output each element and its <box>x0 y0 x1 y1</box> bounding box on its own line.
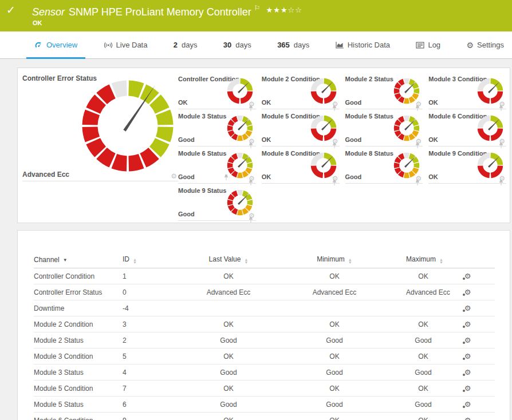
channel-settings-icon[interactable]: ⚙ <box>464 336 471 344</box>
small-gauges-grid: Controller ConditionOK⚙Module 2 Conditio… <box>178 72 506 221</box>
channel-actions-cell: ⚙ <box>440 268 495 284</box>
channel-row-module-5-condition: Module 5 Condition7OKOKOK⚙ <box>34 381 495 397</box>
gauge-pin-icon[interactable] <box>498 179 504 186</box>
tab-days[interactable]: 30days <box>215 31 259 58</box>
channel-settings-icon[interactable]: ⚙ <box>464 272 471 280</box>
controller-error-status-gauge <box>75 73 180 179</box>
gauge-cell-module-8-status[interactable]: Module 8 StatusGood⚙ <box>345 146 423 184</box>
channel-last-value: OK <box>194 348 263 364</box>
channel-actions-cell: ⚙ <box>440 332 495 348</box>
channel-last-value: OK <box>194 381 263 397</box>
column-header-minimum[interactable]: Minimum▲▼ <box>263 252 406 268</box>
tab-live-data[interactable]: Live Data <box>96 31 156 58</box>
gauge-icon <box>34 41 43 49</box>
channel-actions-cell: ⚙ <box>440 348 495 364</box>
sort-both-icon: ▲▼ <box>348 258 352 264</box>
gauge-cell-module-2-condition[interactable]: Module 2 ConditionOK⚙ <box>262 72 340 109</box>
channel-minimum: Good <box>263 332 406 348</box>
channel-settings-icon[interactable]: ⚙ <box>464 385 471 392</box>
channel-row-module-5-status: Module 5 Status6GoodGoodGood⚙ <box>34 397 495 413</box>
channel-minimum: Good <box>263 397 406 413</box>
gauge-cell-module-5-condition[interactable]: Module 5 ConditionOK⚙ <box>262 109 340 146</box>
channel-row-module-3-condition: Module 3 Condition5OKOKOK⚙ <box>34 348 495 364</box>
gauge-cell-controller-condition[interactable]: Controller ConditionOK⚙ <box>178 72 256 109</box>
channel-name: Module 5 Condition <box>34 381 123 397</box>
gauge-cell-module-9-status[interactable]: Module 9 StatusGood⚙ <box>178 184 256 221</box>
gauge-cell-module-6-status[interactable]: Module 6 StatusGood⚙ <box>178 146 256 184</box>
tab-overview[interactable]: Overview <box>26 31 85 58</box>
channel-id: 7 <box>123 381 194 397</box>
gauge-settings-gear-icon[interactable]: ⚙ <box>171 173 177 180</box>
column-header-last-value[interactable]: Last Value▲▼ <box>194 252 263 268</box>
gauge-cell-module-5-status[interactable]: Module 5 StatusGood⚙ <box>345 109 423 146</box>
channel-settings-icon[interactable]: ⚙ <box>464 369 471 376</box>
channel-name: Module 6 Condition <box>34 413 123 420</box>
tab-settings[interactable]: ⚙Settings <box>458 31 512 58</box>
channel-minimum: OK <box>263 268 406 284</box>
channels-table: Channel▼ID▲▼Last Value▲▼Minimum▲▼Maximum… <box>34 252 495 420</box>
priority-flag-icon[interactable]: ⚐ <box>254 4 261 12</box>
channel-last-value: Good <box>194 364 263 381</box>
priority-stars[interactable]: ★★★☆☆ <box>266 6 302 14</box>
tab-label: Overview <box>46 41 77 49</box>
channel-maximum: Advanced Ecc <box>406 284 440 300</box>
channel-last-value: OK <box>194 316 263 332</box>
channel-id: 3 <box>123 316 194 332</box>
gauge-value: Good <box>178 173 195 180</box>
channel-id: 6 <box>123 397 194 413</box>
gauge-value: OK <box>262 99 271 106</box>
gear-icon: ⚙ <box>466 41 474 49</box>
tab-days[interactable]: 365days <box>269 31 317 58</box>
gauge-pin-icon[interactable] <box>248 216 254 223</box>
sensor-title-prefix: Sensor <box>32 6 65 18</box>
gauge-cell-controller-error-status[interactable]: Controller Error Status Advanced Ecc ⚙ <box>22 72 178 181</box>
gauge-cell-module-3-status[interactable]: Module 3 StatusGood⚙ <box>178 109 256 146</box>
tab-days[interactable]: 2days <box>166 31 206 58</box>
channels-panel: Channel▼ID▲▼Last Value▲▼Minimum▲▼Maximum… <box>17 230 510 420</box>
channel-settings-icon[interactable]: ⚙ <box>464 417 471 420</box>
column-label: Last Value <box>209 255 241 263</box>
channel-settings-icon[interactable]: ⚙ <box>464 288 471 296</box>
gauge-cell-module-8-condition[interactable]: Module 8 ConditionOK⚙ <box>262 146 340 184</box>
sort-desc-icon: ▼ <box>63 257 68 263</box>
channel-last-value: OK <box>194 268 263 284</box>
channel-row-downtime: Downtime-4⚙ <box>34 300 495 316</box>
status-check-icon: ✓ <box>6 3 15 17</box>
channel-settings-icon[interactable]: ⚙ <box>464 401 471 408</box>
channel-name: Module 5 Status <box>34 397 123 413</box>
tab-historic-data[interactable]: Historic Data <box>328 31 398 58</box>
gauge-cell-module-2-status[interactable]: Module 2 StatusGood⚙ <box>345 72 423 109</box>
tab-label: days <box>182 41 197 49</box>
channel-minimum: OK <box>263 413 406 420</box>
gauge-cell-module-6-condition[interactable]: Module 6 ConditionOK⚙ <box>428 109 506 146</box>
tab-log[interactable]: Log <box>408 31 448 58</box>
channel-settings-icon[interactable]: ⚙ <box>464 304 471 312</box>
gauge-value: Good <box>178 211 195 217</box>
channel-settings-icon[interactable]: ⚙ <box>464 320 471 328</box>
gauge-cell-module-3-condition[interactable]: Module 3 ConditionOK⚙ <box>428 72 506 109</box>
channel-maximum: OK <box>406 316 440 332</box>
channel-maximum: Good <box>406 364 440 381</box>
gauge-value: Advanced Ecc <box>22 171 69 179</box>
sensor-title-text: SNMP HPE ProLiant Memory Controller <box>69 6 251 18</box>
channel-last-value: Good <box>194 397 263 413</box>
channel-maximum: OK <box>406 413 440 420</box>
gauge-pin-icon[interactable] <box>332 179 337 186</box>
tab-label: Live Data <box>116 41 148 49</box>
column-header-channel[interactable]: Channel▼ <box>34 252 123 268</box>
channel-settings-icon[interactable]: ⚙ <box>464 352 471 360</box>
column-header-actions <box>440 252 495 268</box>
channel-maximum: OK <box>406 348 440 364</box>
sensor-title: SensorSNMP HPE ProLiant Memory Controlle… <box>32 4 302 18</box>
column-header-id[interactable]: ID▲▼ <box>123 252 194 268</box>
tab-label: days <box>294 41 309 49</box>
gauge-pin-icon[interactable] <box>415 179 420 186</box>
column-header-maximum[interactable]: Maximum▲▼ <box>406 252 440 268</box>
tab-label: Settings <box>477 41 504 49</box>
channel-minimum: OK <box>263 381 406 397</box>
channel-row-module-2-condition: Module 2 Condition3OKOKOK⚙ <box>34 316 495 332</box>
gauge-title: Module 6 Status <box>178 150 226 157</box>
gauge-cell-module-9-condition[interactable]: Module 9 ConditionOK⚙ <box>428 146 506 184</box>
channel-row-controller-condition: Controller Condition1OKOKOK⚙ <box>34 268 495 284</box>
channel-maximum: OK <box>406 381 440 397</box>
